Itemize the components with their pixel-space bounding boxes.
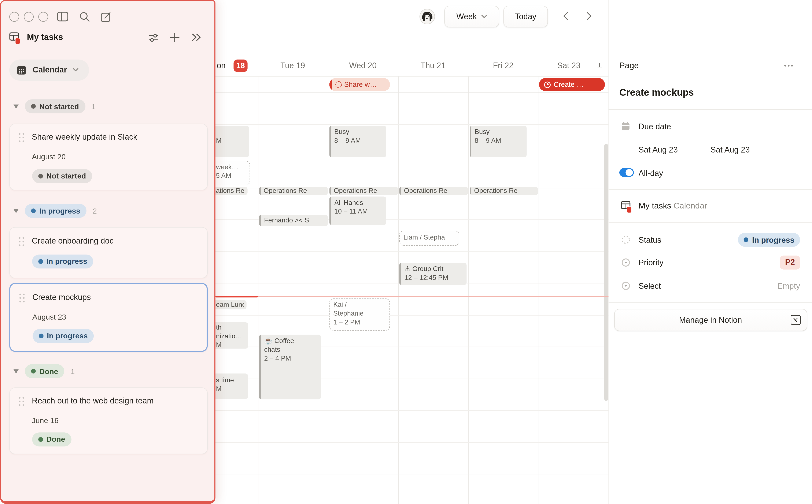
avatar[interactable]	[420, 9, 435, 24]
event[interactable]: Busy 8 – 9 AM	[469, 126, 526, 157]
view-label: Calendar	[33, 65, 67, 75]
view-selector-label: Week	[456, 12, 477, 21]
event[interactable]: week… 5 AM	[209, 161, 250, 185]
task-status-badge[interactable]: In progress	[32, 255, 93, 268]
today-date-badge: 18	[234, 59, 248, 72]
drag-handle-icon[interactable]	[18, 292, 25, 304]
disclosure-triangle-icon[interactable]	[14, 209, 19, 213]
task-status-badge[interactable]: In progress	[32, 329, 94, 343]
event[interactable]: ☕ Coffee chats 2 – 4 PM	[259, 335, 321, 399]
task-card-share-weekly[interactable]: Share weekly update in Slack August 20 N…	[9, 124, 208, 190]
prev-week-chevron-icon[interactable]	[562, 11, 570, 21]
event[interactable]: ations Re	[214, 187, 248, 195]
select-value[interactable]: Empty	[777, 281, 800, 290]
task-card-create-mockups[interactable]: Create mockups August 23 In progress	[9, 283, 208, 352]
page-title[interactable]: Create mockups	[620, 87, 694, 98]
priority-property-icon	[622, 258, 631, 267]
group-header-in-progress[interactable]: In progress 2	[14, 204, 97, 218]
status-dot	[38, 437, 43, 442]
database-badge	[627, 206, 632, 213]
more-options-icon[interactable]: •••	[784, 61, 794, 69]
calendar-reference[interactable]: My tasks Calendar	[639, 201, 707, 211]
view-selector-button[interactable]: Week	[444, 6, 499, 27]
due-date-end[interactable]: Sat Aug 23	[711, 145, 750, 155]
window-minimize-button[interactable]	[23, 12, 33, 22]
event[interactable]: Kai / Stephanie 1 – 2 PM	[329, 298, 390, 331]
event[interactable]: ⚠ Group Crit 12 – 12:45 PM	[399, 263, 466, 285]
sidebar-toggle-icon[interactable]	[57, 11, 69, 22]
event[interactable]: Operations Re	[399, 187, 468, 195]
status-dot	[38, 334, 43, 338]
grid-vline	[398, 76, 398, 504]
event[interactable]: Operations Re	[329, 187, 398, 195]
disclosure-triangle-icon[interactable]	[14, 369, 19, 373]
event[interactable]: Fernando >< S	[259, 214, 327, 226]
drag-handle-icon[interactable]	[18, 396, 25, 407]
window-close-button[interactable]	[9, 12, 19, 22]
add-task-icon[interactable]	[170, 32, 180, 42]
event[interactable]: Operations Re	[469, 187, 538, 195]
status-dot	[38, 259, 43, 264]
drag-handle-icon[interactable]	[18, 132, 25, 143]
group-count: 1	[71, 367, 75, 375]
grid-vline	[328, 76, 328, 504]
filter-settings-icon[interactable]	[149, 33, 158, 42]
due-date-start[interactable]: Sat Aug 23	[639, 145, 678, 155]
allday-event-create-mockups[interactable]: Create …	[539, 78, 605, 91]
status-label: Status	[639, 235, 662, 245]
allday-event-share-weekly[interactable]: Share w…	[329, 78, 390, 91]
drag-handle-icon[interactable]	[18, 236, 25, 247]
group-label: Done	[39, 367, 58, 375]
task-date: June 16	[32, 416, 59, 425]
event[interactable]: All Hands 10 – 11 AM	[329, 196, 386, 225]
panel-header: Page	[620, 61, 639, 70]
priority-label: Priority	[639, 258, 664, 267]
dashed-circle-icon	[335, 81, 342, 88]
status-value-pill[interactable]: In progress	[738, 233, 800, 247]
event[interactable]: Liam / Stepha	[399, 231, 459, 246]
next-week-chevron-icon[interactable]	[585, 11, 593, 21]
disclosure-triangle-icon[interactable]	[14, 104, 19, 108]
priority-value-badge[interactable]: P2	[780, 255, 800, 269]
all-day-label: All-day	[639, 168, 663, 178]
collapse-sidebar-chevrons-icon[interactable]	[191, 33, 202, 42]
window-zoom-button[interactable]	[38, 12, 48, 22]
chevron-down-icon	[73, 68, 79, 72]
group-header-not-started[interactable]: Not started 1	[14, 99, 96, 113]
task-status-badge[interactable]: Done	[32, 432, 71, 446]
hour-line	[215, 315, 608, 315]
event[interactable]: eam Lunc	[214, 300, 247, 309]
event[interactable]: Operations Re	[259, 187, 327, 195]
current-time-line-bold	[215, 296, 258, 297]
event-title: Share w…	[344, 81, 377, 89]
event[interactable]: s time M	[214, 373, 248, 399]
task-title: Reach out to the web design team	[32, 396, 154, 406]
task-card-onboarding-doc[interactable]: Create onboarding doc In progress	[9, 227, 208, 278]
manage-in-notion-button[interactable]: Manage in Notion N	[614, 309, 807, 331]
today-button[interactable]: Today	[503, 6, 548, 27]
compose-icon[interactable]	[100, 11, 112, 23]
status-dot	[744, 237, 749, 242]
task-title: Create onboarding doc	[32, 236, 113, 246]
event[interactable]: M	[214, 126, 249, 157]
day-header-wed: Wed 20	[328, 61, 398, 70]
status-property-icon	[622, 235, 631, 244]
calendar-scrollbar[interactable]	[604, 144, 608, 401]
view-dropdown[interactable]: Calendar	[9, 59, 89, 81]
task-status-badge[interactable]: Not started	[32, 169, 92, 183]
all-day-toggle[interactable]	[620, 168, 634, 177]
event-color-bar	[259, 335, 261, 399]
hour-line	[215, 474, 608, 474]
search-icon[interactable]	[79, 11, 90, 22]
current-time-line	[258, 296, 608, 297]
event[interactable]: Busy 8 – 9 AM	[329, 126, 386, 157]
task-card-web-design-team[interactable]: Reach out to the web design team June 16…	[9, 387, 208, 454]
add-timezone-icon[interactable]: ±	[593, 61, 606, 70]
event-color-bar	[259, 187, 261, 195]
group-header-done[interactable]: Done 1	[14, 364, 75, 378]
group-label: Not started	[39, 102, 79, 110]
grid-vline	[258, 76, 258, 504]
event[interactable]: th nizatio… M	[214, 322, 248, 349]
day-header-tue: Tue 19	[258, 61, 328, 70]
panel-section-divider	[608, 189, 812, 190]
